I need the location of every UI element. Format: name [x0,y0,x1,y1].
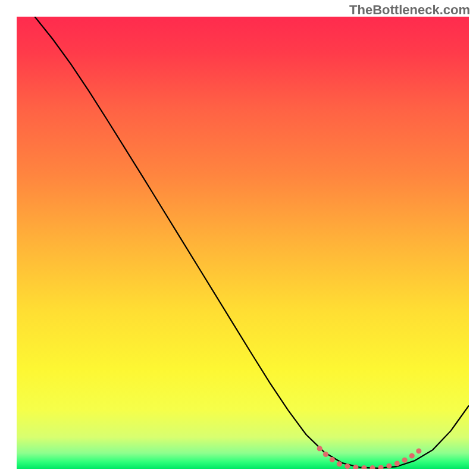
watermark-text: TheBottleneck.com [349,2,470,18]
chart-root: TheBottleneck.com [0,0,476,476]
bottleneck-chart [0,0,476,476]
